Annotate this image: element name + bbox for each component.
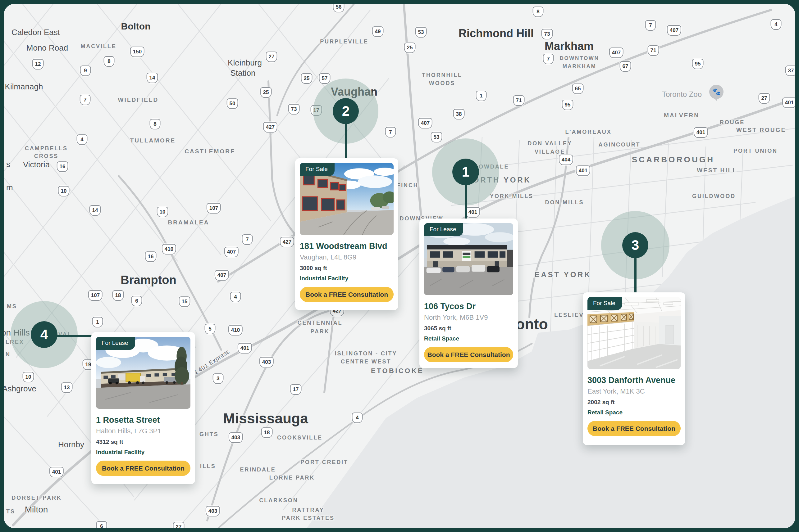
map-label: WEST ROUGE (736, 127, 786, 133)
map-label: EAST YORK (534, 270, 592, 279)
map-label: DOWNTOWN (560, 55, 599, 61)
property-size: 3000 sq ft (300, 265, 394, 271)
road-shield: 401 (694, 127, 708, 138)
map-label: PORT UNION (733, 148, 778, 154)
road-shield: 7 (385, 127, 396, 137)
book-consultation-button[interactable]: Book a FREE Consultation (424, 347, 513, 362)
road-shield: 17 (290, 384, 302, 395)
road-shield: 8 (533, 6, 544, 17)
road-shield: 15 (179, 297, 190, 307)
road-shield: 401 (466, 207, 480, 217)
road-shield: 37 (785, 65, 795, 76)
road-shield: 16 (57, 162, 68, 172)
road-shield: 16 (145, 251, 157, 262)
book-consultation-button[interactable]: Book a FREE Consultation (96, 461, 190, 476)
map-label: s (6, 159, 10, 169)
property-card-106-tycos: For Lease 106 Tycos Dr North York, M6B 1… (419, 218, 518, 368)
road-shield: 401 (782, 97, 795, 108)
map-label: CROSS (34, 153, 58, 159)
road-shield: 12 (32, 59, 44, 70)
road-shield: 67 (620, 61, 631, 72)
road-shield: 38 (453, 109, 465, 119)
map-label: YORK MILLS (490, 193, 533, 200)
map-marker-1[interactable]: 1 (452, 158, 479, 185)
map-label: m (6, 183, 13, 192)
road-shield: 14 (147, 73, 158, 83)
road-shield: 49 (372, 26, 384, 37)
map-label: PURPLEVILLE (320, 38, 368, 45)
property-photo: For Sale (300, 163, 394, 235)
map-label: VILLAGE (534, 149, 565, 155)
map-label: Markham (545, 40, 594, 53)
road-shield: 50 (227, 98, 238, 109)
map-label: PORT CREDIT (301, 459, 348, 466)
road-shield: 71 (648, 45, 659, 56)
road-shield: 150 (130, 46, 144, 57)
road-shield: 25 (260, 87, 272, 98)
map-label: MARKHAM (563, 63, 597, 70)
map-label: CENTENNIAL (297, 320, 343, 326)
map-marker-4[interactable]: 4 (31, 321, 57, 348)
map-label: DON VALLEY (527, 140, 572, 147)
map-label: BRAMALEA (168, 219, 209, 226)
road-shield: 107 (88, 290, 103, 301)
book-consultation-button[interactable]: Book a FREE Consultation (587, 421, 680, 436)
road-shield: 8 (104, 56, 115, 67)
map-label: Milton (25, 505, 48, 515)
road-shield: 53 (431, 132, 442, 142)
map-label: ERINDALE (240, 467, 275, 473)
road-shield: 10 (157, 207, 168, 217)
road-shield: 56 (333, 4, 345, 13)
road-shield: 18 (112, 290, 124, 301)
map-canvas[interactable]: Caledon EastMono RoadKilmanaghVictoriaKl… (4, 4, 795, 528)
road-shield: 13 (61, 382, 73, 393)
road-shield: 427 (280, 237, 294, 247)
map-label: MACVILLE (80, 43, 116, 50)
road-shield: 6 (96, 521, 107, 528)
property-size: 2002 sq ft (587, 399, 680, 406)
map-label: TS (6, 508, 15, 515)
road-shield: 27 (173, 522, 184, 528)
map-label: RATTRAY (292, 507, 324, 513)
map-label: Richmond Hill (458, 27, 534, 40)
property-category: Retail Space (587, 409, 680, 416)
marker-connector-line (345, 124, 347, 161)
map-label: COOKSVILLE (277, 435, 323, 441)
property-card-3003-danforth: For Sale 3003 Danforth Avenue East York,… (583, 292, 685, 445)
listing-status-badge: For Lease (424, 223, 463, 236)
map-label: Kleinburg (228, 58, 262, 68)
map-label: CAMPBELLS (25, 145, 68, 152)
property-category: Industrial Facility (300, 275, 394, 282)
road-shield: 53 (415, 27, 427, 38)
road-shield: 71 (513, 95, 525, 106)
road-shield: 3 (213, 374, 224, 384)
property-category: Retail Space (424, 335, 513, 342)
property-size: 3065 sq ft (424, 325, 513, 332)
map-marker-3[interactable]: 3 (622, 232, 648, 258)
map-label: CENTRE WEST (341, 359, 392, 365)
road-shield: 4 (77, 134, 88, 145)
map-label: MS (7, 303, 17, 310)
map-label: Bolton (121, 21, 151, 32)
map-label: SCARBOROUGH (632, 155, 715, 165)
road-shield: 407 (418, 118, 432, 129)
road-shield: 407 (609, 48, 623, 58)
property-title: 106 Tycos Dr (424, 302, 513, 311)
road-shield: 10 (58, 186, 70, 196)
property-photo: For Lease (424, 223, 513, 295)
book-consultation-button[interactable]: Book a FREE Consultation (300, 287, 394, 302)
map-label: LORNE PARK (269, 475, 315, 481)
map-label: GUILDWOOD (692, 193, 736, 200)
road-shield: 73 (288, 104, 300, 115)
map-marker-2[interactable]: 2 (333, 98, 359, 124)
road-shield: 8 (150, 119, 161, 129)
map-label: TULLAMORE (130, 137, 176, 144)
road-shield: 9 (80, 65, 91, 76)
property-card-181-woodstream: For Sale 181 Woodstream Blvd Vaughan, L4… (295, 158, 398, 310)
map-label: Mississauga (223, 410, 308, 427)
road-shield: 27 (266, 52, 277, 62)
road-shield: 1 (92, 317, 103, 327)
road-shield: 4 (352, 413, 363, 423)
road-shield: 410 (228, 325, 242, 336)
road-shield: 7 (80, 95, 91, 105)
